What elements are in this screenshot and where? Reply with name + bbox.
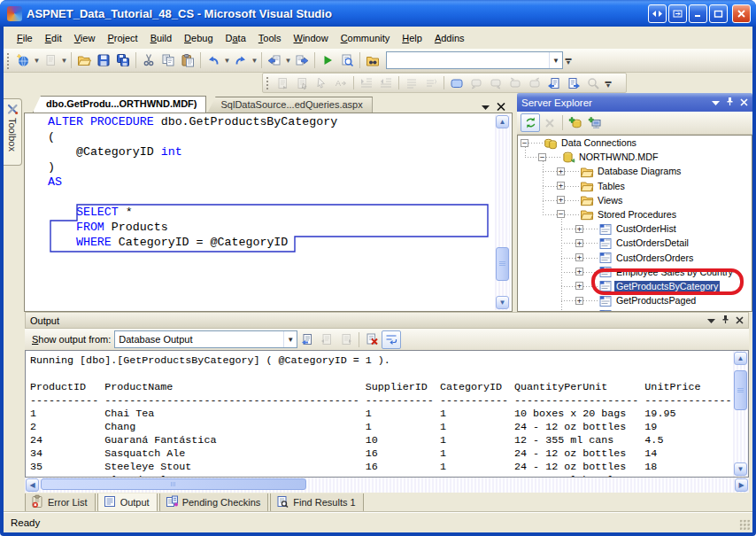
tree-item-northwnd-mdf[interactable]: −NORTHWND.MDF xyxy=(518,150,752,164)
save-icon[interactable] xyxy=(94,51,113,70)
expand-icon[interactable]: + xyxy=(575,297,583,305)
scroll-left-button[interactable]: ◀ xyxy=(26,478,39,492)
expand-icon[interactable]: + xyxy=(575,253,583,261)
add-connection-icon[interactable] xyxy=(566,113,585,132)
minimize-button[interactable] xyxy=(689,4,707,23)
expand-icon[interactable]: + xyxy=(575,225,583,233)
undo-dropdown-icon[interactable]: ▼ xyxy=(223,51,231,70)
tree-item-label[interactable]: Views xyxy=(596,195,624,206)
navigate-backward-dropdown-icon[interactable]: ▼ xyxy=(284,51,292,70)
menu-addins[interactable]: Addins xyxy=(428,30,471,46)
expand-icon[interactable]: + xyxy=(575,239,583,247)
doc-blue-right-icon[interactable] xyxy=(564,74,583,92)
clear-all-icon[interactable] xyxy=(362,330,382,349)
active-files-dropdown[interactable] xyxy=(482,102,490,113)
editor-vertical-scrollbar[interactable]: ▲ ▼ xyxy=(495,114,510,310)
close-panel-icon[interactable] xyxy=(736,315,744,326)
tree-item-database-diagrams[interactable]: +Database Diagrams xyxy=(518,164,752,178)
cut-icon[interactable] xyxy=(139,51,158,70)
panel-tab-error-list[interactable]: Error List xyxy=(25,493,96,512)
open-file-icon[interactable] xyxy=(74,51,94,70)
menu-edit[interactable]: Edit xyxy=(39,30,68,46)
toolbar-overflow-button[interactable]: ▬▼ xyxy=(563,50,574,70)
scroll-thumb[interactable] xyxy=(496,247,509,281)
menu-help[interactable]: Help xyxy=(396,30,428,46)
tree-item-label[interactable]: GetProductsPaged xyxy=(614,295,698,306)
tree-item-label[interactable]: CustOrdersOrders xyxy=(614,252,695,263)
collapse-icon[interactable]: − xyxy=(521,139,528,147)
expand-icon[interactable]: + xyxy=(575,268,583,276)
find-in-files-icon[interactable] xyxy=(363,51,382,70)
toolbar-grip[interactable] xyxy=(6,51,11,69)
scroll-up-button[interactable]: ▲ xyxy=(734,352,747,365)
output-horizontal-scrollbar[interactable]: ◀ ▶ xyxy=(25,478,749,493)
toolbar-overflow-button[interactable]: ▬▼ xyxy=(603,74,613,91)
save-all-icon[interactable] xyxy=(113,51,133,70)
sql-editor[interactable]: ALTER PROCEDURE dbo.GetProductsByCategor… xyxy=(24,113,513,312)
tree-item-getproductsbycategory[interactable]: +GetProductsByCategory xyxy=(518,279,752,293)
new-website-icon[interactable] xyxy=(13,51,33,70)
close-document-button[interactable] xyxy=(497,102,505,113)
toolbar-grip[interactable] xyxy=(266,75,270,90)
menu-community[interactable]: Community xyxy=(335,30,397,46)
add-server-icon[interactable] xyxy=(585,113,605,132)
expand-icon[interactable]: + xyxy=(557,182,565,190)
menu-build[interactable]: Build xyxy=(144,30,178,46)
doc-blue-left-icon[interactable] xyxy=(544,74,564,92)
new-website-dropdown-icon[interactable]: ▼ xyxy=(33,51,41,70)
goto-message-icon[interactable] xyxy=(297,330,317,349)
tree-item-label[interactable]: CustOrderHist xyxy=(614,223,678,234)
undo-icon[interactable] xyxy=(204,51,223,70)
panel-tab-output[interactable]: Output xyxy=(97,493,158,512)
close-panel-icon[interactable] xyxy=(740,97,748,108)
tree-item-getproductspaged[interactable]: +GetProductsPaged xyxy=(518,293,752,307)
maximize-button[interactable] xyxy=(709,4,728,23)
auto-hide-pin-icon[interactable] xyxy=(726,97,734,108)
output-console[interactable]: Running [dbo].[GetProductsByCategory] ( … xyxy=(25,350,749,478)
start-debug-icon[interactable] xyxy=(318,51,337,70)
add-item-dropdown-icon[interactable]: ▼ xyxy=(60,51,68,70)
window-position-menu-icon[interactable] xyxy=(712,97,720,108)
tree-item-tables[interactable]: +Tables xyxy=(518,179,752,193)
navigate-forward-icon[interactable] xyxy=(292,51,312,70)
scroll-right-button[interactable]: ▶ xyxy=(735,478,748,492)
tree-item-label[interactable]: Data Connections xyxy=(559,137,638,148)
window-switch-button[interactable] xyxy=(648,4,667,23)
tree-item-custordersorders[interactable]: +CustOrdersOrders xyxy=(518,251,752,265)
close-button[interactable] xyxy=(732,4,751,23)
combo-dropdown-icon[interactable]: ▼ xyxy=(549,52,562,68)
paste-icon[interactable] xyxy=(178,51,197,70)
window-position-menu-icon[interactable] xyxy=(707,315,715,326)
redo-dropdown-icon[interactable]: ▼ xyxy=(251,51,258,70)
scroll-up-button[interactable]: ▲ xyxy=(496,115,509,128)
menu-view[interactable]: View xyxy=(68,30,102,46)
collapse-icon[interactable]: − xyxy=(538,153,546,161)
tree-item-label[interactable]: Employee Sales by Country xyxy=(614,267,735,277)
toolbar-combobox[interactable]: ▼ xyxy=(386,51,563,69)
rounded-rect-icon[interactable] xyxy=(447,74,467,92)
tree-item-label[interactable]: CustOrdersDetail xyxy=(614,237,690,248)
redo-icon[interactable] xyxy=(231,51,251,70)
copy-icon[interactable] xyxy=(158,51,178,70)
output-source-combobox[interactable]: Database Output ▼ xyxy=(114,330,297,348)
toolbox-tab[interactable]: Toolbox xyxy=(4,98,22,166)
tree-item-label[interactable]: Database Diagrams xyxy=(596,166,683,176)
document-tab[interactable]: dbo.GetProdu...ORTHWND.MDF) xyxy=(33,96,206,113)
collapse-icon[interactable]: − xyxy=(557,210,565,218)
tree-item-label[interactable]: NORTHWND.MDF xyxy=(577,151,660,162)
tree-item-custordersdetail[interactable]: +CustOrdersDetail xyxy=(518,236,752,250)
expand-icon[interactable]: + xyxy=(575,282,583,290)
undock-button[interactable] xyxy=(668,4,687,23)
resize-grip[interactable] xyxy=(739,519,751,531)
menu-debug[interactable]: Debug xyxy=(178,30,219,46)
menu-project[interactable]: Project xyxy=(101,30,143,46)
auto-hide-pin-icon[interactable] xyxy=(721,315,729,326)
word-wrap-icon[interactable] xyxy=(382,330,401,349)
tree-item-views[interactable]: +Views xyxy=(518,193,752,207)
scroll-thumb[interactable] xyxy=(734,370,747,410)
tree-item-label[interactable]: Tables xyxy=(596,181,627,191)
panel-tab-find-results-1[interactable]: Find Results 1 xyxy=(270,493,363,512)
expand-icon[interactable]: + xyxy=(557,167,565,175)
document-magnifier-icon[interactable] xyxy=(337,51,357,70)
output-vertical-scrollbar[interactable]: ▲ ▼ xyxy=(733,351,748,477)
